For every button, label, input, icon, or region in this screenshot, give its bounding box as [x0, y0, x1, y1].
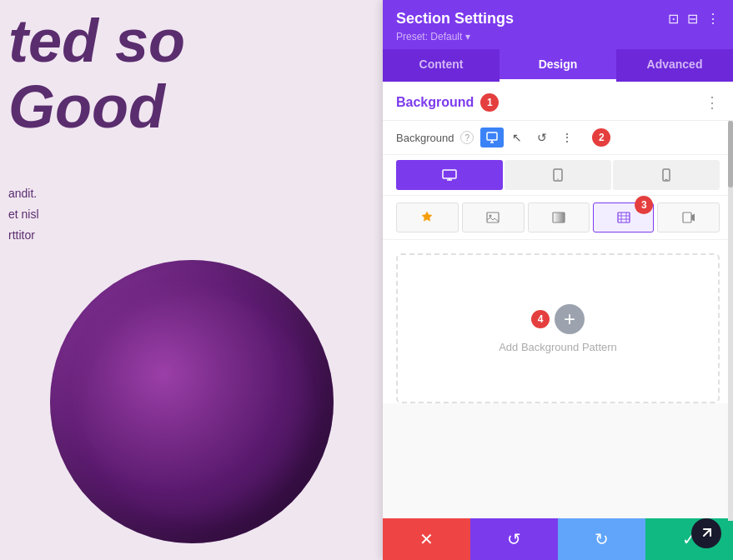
svg-rect-10	[487, 212, 499, 222]
background-section-title: Background	[396, 95, 474, 110]
bg-type-gradient[interactable]	[528, 202, 590, 232]
badge-4: 4	[531, 310, 550, 328]
svg-rect-12	[553, 212, 565, 222]
panel-footer: ✕ ↺ ↻ ✓	[383, 518, 733, 560]
undo-button[interactable]: ↺	[470, 518, 558, 560]
scrollbar-track[interactable]	[728, 121, 733, 521]
more-control-btn[interactable]: ⋮	[555, 128, 579, 148]
panel-preset[interactable]: Preset: Default ▾	[396, 31, 720, 42]
panel-more-icon[interactable]: ⋮	[706, 11, 720, 27]
bg-type-video[interactable]	[657, 202, 720, 232]
tab-content[interactable]: Content	[383, 49, 500, 82]
svg-rect-3	[443, 170, 456, 178]
svg-rect-18	[683, 212, 691, 222]
section-header-left: Background 1	[396, 93, 499, 112]
split-icon[interactable]: ⊟	[687, 11, 698, 27]
tab-design[interactable]: Design	[500, 49, 616, 82]
svg-point-7	[557, 178, 559, 180]
panel-header-top: Section Settings ⊡ ⊟ ⋮	[396, 10, 720, 28]
control-label: Background	[396, 132, 454, 144]
tab-advanced[interactable]: Advanced	[616, 49, 733, 82]
background-section: Background 1 ⋮ Background ?	[383, 82, 733, 403]
control-btn-group: ↖ ↺ ⋮	[480, 128, 579, 148]
add-pattern-label: Add Background Pattern	[499, 341, 617, 353]
help-icon[interactable]: ?	[460, 131, 474, 144]
redo-button[interactable]: ↻	[558, 518, 645, 560]
badge-1: 1	[480, 93, 499, 112]
mobile-device-btn[interactable]	[613, 160, 720, 190]
bg-type-image[interactable]	[462, 202, 525, 232]
svg-point-11	[490, 215, 492, 218]
tablet-device-btn[interactable]	[505, 160, 611, 190]
add-badge-row: 4 +	[531, 304, 585, 334]
svg-rect-13	[618, 212, 630, 222]
background-section-header: Background 1 ⋮	[383, 82, 733, 121]
add-pattern-button[interactable]: +	[555, 304, 585, 334]
fit-icon[interactable]: ⊡	[668, 11, 679, 27]
background-section-more[interactable]: ⋮	[705, 93, 720, 112]
cursor-control-btn[interactable]: ↖	[505, 128, 529, 148]
panel-header-icons: ⊡ ⊟ ⋮	[668, 11, 720, 27]
svg-rect-8	[663, 169, 670, 181]
bg-type-row: 3	[383, 196, 733, 240]
desktop-device-btn[interactable]	[396, 160, 503, 190]
svg-rect-0	[487, 132, 497, 140]
panel-tabs: Content Design Advanced	[383, 49, 733, 82]
panel-body: Background 1 ⋮ Background ?	[383, 82, 733, 518]
badge-2: 2	[592, 128, 610, 147]
panel-title: Section Settings	[396, 10, 514, 28]
bg-body-text: andit. et nisl rttitor	[8, 183, 39, 247]
tool-icon[interactable]	[691, 518, 721, 548]
scrollbar-thumb[interactable]	[728, 121, 733, 188]
panel-header: Section Settings ⊡ ⊟ ⋮ Preset: Default ▾	[383, 0, 733, 49]
reset-control-btn[interactable]: ↺	[530, 128, 554, 148]
background-area: ted so Good andit. et nisl rttitor	[0, 0, 384, 560]
bg-type-pattern-group: 3	[593, 202, 654, 232]
settings-panel: Section Settings ⊡ ⊟ ⋮ Preset: Default ▾…	[383, 0, 733, 560]
cancel-button[interactable]: ✕	[383, 518, 470, 560]
bg-decorative-text: ted so Good	[8, 8, 185, 140]
background-control-row: Background ? ↖ ↺ ⋮ 2	[383, 121, 733, 155]
pattern-area: 4 + Add Background Pattern	[396, 253, 720, 403]
bowl-image	[50, 260, 334, 543]
bg-type-color[interactable]	[396, 202, 459, 232]
desktop-control-btn[interactable]	[480, 128, 504, 148]
device-row	[383, 155, 733, 196]
